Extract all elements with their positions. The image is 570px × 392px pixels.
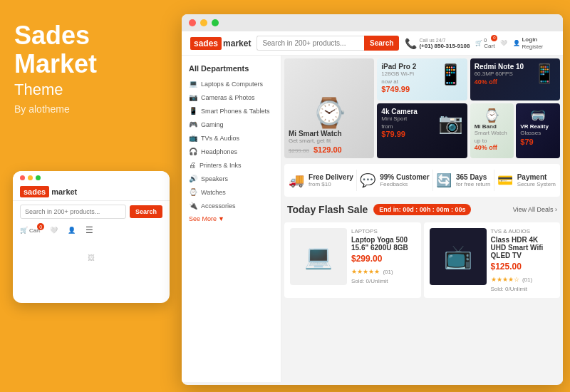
vr-image: 🥽 — [520, 108, 556, 123]
header-search-input[interactable] — [256, 36, 364, 51]
header-search-form: Search — [256, 36, 399, 51]
mobile-wishlist-icon[interactable]: 🤍 — [50, 227, 58, 234]
accessories-icon: 🔌 — [189, 202, 197, 210]
phone-label: Call us 24/7 — [419, 38, 470, 43]
product-redmi[interactable]: Redmi Note 10 60.3MP 60FPS 40% off 📱 — [470, 58, 560, 100]
feature-divider-2 — [432, 170, 433, 191]
sidebar-item-phones[interactable]: 📱 Smart Phones & Tablets — [182, 104, 281, 118]
flash-timer: End in: 00d : 00h : 00m : 00s — [373, 204, 471, 215]
mobile-logo-market: market — [51, 187, 77, 196]
hero-grid: ⌚ Mi Smart Watch Get smart, get fit $299… — [281, 56, 563, 161]
delivery-icon: 🚚 — [289, 172, 304, 188]
header-logo-sades: sades — [190, 37, 222, 50]
flash-sale-products: 💻 LAPTOPS Laptop Yoga 500 15.6" 6200U 8G… — [281, 220, 563, 302]
mobile-logo-bar: sades market — [13, 183, 170, 201]
sidebar-item-headphones[interactable]: 🎧 Headphones — [182, 145, 281, 158]
sidebar-item-printers[interactable]: 🖨 Printers & Inks — [182, 158, 281, 172]
returns-icon: 🔄 — [436, 172, 452, 188]
sidebar-label-speakers: Speakers — [201, 175, 228, 182]
user-icon: 👤 — [513, 40, 520, 46]
sidebar-item-watches[interactable]: ⌚ Watches — [182, 185, 281, 199]
view-all-deals[interactable]: View All Deals › — [513, 206, 557, 213]
product-row-3-2: ⌚ Mi Band Smart Watch up to 40% off 🥽 VR… — [470, 103, 560, 158]
see-more-button[interactable]: See More ▼ — [182, 212, 281, 225]
sidebar-item-laptops[interactable]: 💻 Laptops & Computers — [182, 77, 281, 91]
mobile-mockup: sades market Search 🛒 Cart 0 🤍 👤 ☰ 🖼 — [13, 171, 170, 303]
ipad-image: 📱 — [438, 63, 463, 86]
product-vr[interactable]: 🥽 VR Reality Glasses $79 — [516, 103, 560, 158]
sidebar-item-tvs[interactable]: 📺 TVs & Audios — [182, 131, 281, 145]
cart-icon: 🛒 — [475, 40, 482, 46]
gaming-icon: 🎮 — [189, 120, 197, 128]
watch-icon: ⌚ — [189, 188, 197, 196]
laptop-icon: 💻 — [189, 80, 197, 88]
heart-icon: 🤍 — [500, 40, 507, 46]
titlebar-close[interactable] — [189, 19, 196, 26]
desktop-window: sades market Search 📞 Call us 24/7 (+01)… — [182, 14, 563, 385]
header-wishlist[interactable]: 🤍 — [500, 40, 507, 46]
flash-sale-header: Today Flash Sale End in: 00d : 00h : 00m… — [281, 200, 563, 220]
mobile-search-button[interactable]: Search — [130, 205, 162, 218]
speaker-icon: 🔊 — [189, 175, 197, 182]
sidebar: All Departments 💻 Laptops & Computers 📷 … — [182, 56, 281, 382]
header-search-button[interactable]: Search — [364, 36, 399, 51]
product-camera[interactable]: 4k Camera Mini Sport from $79.99 📷 — [377, 103, 467, 158]
mobile-search-input[interactable] — [20, 205, 126, 219]
mobile-dot-yellow — [28, 175, 33, 180]
site-header: sades market Search 📞 Call us 24/7 (+01)… — [182, 31, 563, 56]
headphones-icon: 🎧 — [189, 148, 197, 155]
mobile-cart-icon[interactable]: 🛒 Cart 0 — [20, 227, 40, 234]
phone-icon: 📞 — [405, 38, 417, 49]
mobile-logo-sades: sades — [20, 186, 49, 197]
product-mi-band[interactable]: ⌚ Mi Band Smart Watch up to 40% off — [470, 103, 514, 158]
sidebar-label-watches: Watches — [201, 189, 226, 196]
brand-title: Sades Market — [14, 21, 171, 78]
sidebar-label-headphones: Headphones — [201, 148, 237, 155]
features-row: 🚚 Free Delivery from $10 💬 99% Customer … — [284, 164, 560, 197]
feature-divider-1 — [356, 170, 357, 191]
feature-delivery: 🚚 Free Delivery from $10 — [289, 172, 353, 188]
feature-returns: 🔄 365 Days for free return — [436, 172, 490, 188]
mobile-icons-bar: 🛒 Cart 0 🤍 👤 ☰ — [13, 222, 170, 238]
sidebar-label-laptops: Laptops & Computers — [201, 81, 263, 88]
product-ipad[interactable]: iPad Pro 2 128GB Wi-Fi now at $749.99 📱 — [377, 58, 467, 100]
sidebar-item-accessories[interactable]: 🔌 Accessories — [182, 199, 281, 212]
sidebar-label-tvs: TVs & Audios — [201, 135, 239, 142]
main-content: All Departments 💻 Laptops & Computers 📷 … — [182, 56, 563, 382]
mi-band-image: ⌚ — [475, 108, 510, 123]
header-user[interactable]: 👤 Login Register — [513, 36, 543, 50]
sidebar-item-speakers[interactable]: 🔊 Speakers — [182, 172, 281, 185]
branding-panel: Sades Market Theme By alotheme — [14, 21, 171, 115]
redmi-image: 📱 — [533, 63, 556, 85]
author-label: By alotheme — [14, 103, 171, 115]
sidebar-label-accessories: Accessories — [201, 202, 236, 210]
camera-image: 📷 — [438, 111, 463, 135]
flash-sale-title-area: Today Flash Sale End in: 00d : 00h : 00m… — [287, 204, 471, 215]
flash-sale-title: Today Flash Sale — [287, 204, 368, 215]
phone-number: (+01) 850-315-9108 — [419, 43, 470, 49]
feedback-icon: 💬 — [360, 172, 375, 188]
sidebar-title: All Departments — [182, 61, 281, 77]
product-mi-watch[interactable]: ⌚ Mi Smart Watch Get smart, get fit $299… — [284, 58, 374, 158]
mobile-menu-icon[interactable]: ☰ — [86, 225, 93, 235]
mobile-dot-green — [36, 175, 41, 180]
mobile-dot-red — [20, 175, 25, 180]
sidebar-item-gaming[interactable]: 🎮 Gaming — [182, 118, 281, 131]
feature-feedback: 💬 99% Customer Feedbacks — [360, 172, 429, 188]
titlebar-minimize[interactable] — [200, 19, 207, 26]
mi-watch-image: ⌚ — [289, 96, 370, 130]
tv-icon: 📺 — [189, 134, 197, 142]
sidebar-item-cameras[interactable]: 📷 Cameras & Photos — [182, 91, 281, 104]
flash-product-tv[interactable]: 📺 TVS & AUDIOS Class HDR 4K UHD Smart Wi… — [424, 222, 561, 298]
flash-product-laptop[interactable]: 💻 LAPTOPS Laptop Yoga 500 15.6" 6200U 8G… — [284, 222, 421, 298]
header-logo: sades market — [190, 37, 251, 50]
sidebar-label-phones: Smart Phones & Tablets — [201, 108, 269, 115]
payment-icon: 💳 — [497, 172, 513, 188]
feature-payment: 💳 Payment Secure System — [497, 172, 556, 188]
phone-icon: 📱 — [189, 107, 197, 115]
titlebar-maximize[interactable] — [212, 19, 219, 26]
mobile-titlebar — [13, 171, 170, 183]
see-more-arrow: ▼ — [218, 215, 224, 222]
header-cart[interactable]: 🛒 0 Cart 0 — [475, 38, 494, 49]
mobile-user-icon[interactable]: 👤 — [68, 227, 76, 234]
